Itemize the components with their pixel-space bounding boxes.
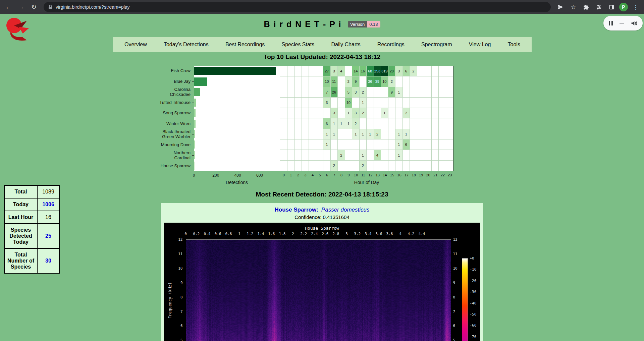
heatmap-cell: [432, 118, 439, 129]
species-common-name[interactable]: House Sparrow:: [275, 207, 318, 213]
nav-item-spectrogram[interactable]: Spectrogram: [421, 42, 452, 48]
heatmap-cell: [294, 98, 302, 108]
spectrogram-freq-tick: 6: [453, 324, 455, 328]
page-header: B i r d N E T - P i Version 0.13: [0, 19, 644, 29]
heatmap-cell: [381, 161, 388, 171]
nav-item-daily-charts[interactable]: Daily Charts: [331, 42, 361, 48]
hour-axis-tick: 7: [333, 173, 335, 177]
stat-value[interactable]: 30: [37, 248, 59, 273]
stat-value[interactable]: 1006: [37, 198, 59, 211]
heatmap-cell: [316, 150, 324, 160]
heatmap-cell: [302, 108, 309, 118]
heatmap-cell: [302, 87, 309, 98]
heatmap-cell: 68: [367, 66, 374, 76]
heatmap-cell: 2: [360, 87, 367, 98]
heatmap-cell: [280, 139, 287, 150]
heatmap-cell: [424, 87, 432, 98]
nav-item-recordings[interactable]: Recordings: [377, 42, 405, 48]
recent-detection-card: House Sparrow:Passer domesticus Confiden…: [161, 203, 483, 341]
bookmark-star-icon[interactable]: ☆: [568, 2, 578, 12]
hour-axis-tick: 5: [319, 173, 321, 177]
heatmap-cell: [374, 98, 381, 108]
heatmap-cell: [287, 129, 295, 139]
hour-axis-tick: 14: [383, 173, 387, 177]
heatmap-cell: 1: [395, 139, 403, 150]
forward-icon[interactable]: →: [16, 2, 26, 12]
browser-toolbar: ← → ↻ virginia.birdnetpi.com/?stream=pla…: [0, 0, 644, 14]
main-nav: OverviewToday's DetectionsBest Recording…: [113, 37, 532, 52]
heatmap-cell: [287, 118, 295, 129]
heatmap-cell: 1: [360, 98, 367, 108]
nav-item-view-log[interactable]: View Log: [469, 42, 491, 48]
heatmap-cell: [345, 66, 353, 76]
heatmap-cell: 1: [395, 150, 403, 160]
nav-item-today-s-detections[interactable]: Today's Detections: [164, 42, 209, 48]
send-icon[interactable]: [555, 2, 566, 12]
heatmap-cell: [294, 76, 302, 87]
heatmap-cell: [280, 118, 287, 129]
nav-item-best-recordings[interactable]: Best Recordings: [225, 42, 265, 48]
hour-axis-label: Hour of Day: [354, 180, 379, 185]
heatmap-cell: [424, 98, 432, 108]
menu-kebab-icon[interactable]: ⋮: [631, 2, 641, 12]
heatmap-cell: [424, 76, 432, 87]
heatmap-cell: [417, 98, 425, 108]
spectrogram-time-tick: 3.4: [365, 232, 372, 236]
bar-axis-tick: 600: [256, 173, 263, 178]
heatmap-cell: [316, 108, 324, 118]
back-icon[interactable]: ←: [3, 2, 13, 12]
address-bar[interactable]: virginia.birdnetpi.com/?stream=play: [44, 2, 551, 12]
hour-axis-tick: 2: [297, 173, 299, 177]
heatmap-cell: [388, 161, 396, 171]
heatmap-cell: [403, 76, 410, 87]
heatmap-cell: [417, 150, 425, 160]
hour-axis-tick: 10: [354, 173, 358, 177]
heatmap-cell: [287, 108, 295, 118]
detections-bar: [194, 77, 207, 86]
heatmap-cell: [381, 87, 388, 98]
heatmap-cell: [367, 108, 374, 118]
heatmap-cell: [323, 108, 331, 118]
spectrogram-freq-tick: 9: [453, 281, 455, 285]
heatmap-cell: [302, 139, 309, 150]
heatmap-cell: [446, 87, 453, 98]
heatmap-cell: [424, 108, 432, 118]
profile-avatar[interactable]: P: [619, 3, 628, 11]
spectrogram-freq-tick: 8: [453, 295, 455, 299]
side-panel-icon[interactable]: [606, 2, 616, 12]
heatmap-cell: 27: [323, 66, 331, 76]
heatmap-cell: [316, 129, 324, 139]
colorbar-tick: -60: [470, 323, 477, 328]
heatmap-cell: [388, 150, 396, 160]
heatmap-cell: [417, 161, 425, 171]
heatmap-cell: [316, 87, 324, 98]
stat-label: Today: [4, 198, 37, 211]
heatmap-cell: [302, 66, 309, 76]
nav-item-overview[interactable]: Overview: [124, 42, 147, 48]
heatmap-cell: [287, 87, 295, 98]
heatmap-cell: 3: [352, 108, 360, 118]
heatmap-cell: [352, 161, 360, 171]
heatmap-cell: [410, 118, 417, 129]
heatmap-cell: [287, 139, 295, 150]
heatmap-cell: [403, 150, 410, 160]
heatmap-cell: [345, 129, 353, 139]
stat-value[interactable]: 25: [37, 224, 59, 248]
heatmap-cell: [381, 129, 388, 139]
spectrogram-time-tick: 0.2: [193, 232, 200, 236]
heatmap-cell: 3: [352, 87, 360, 98]
detections-bar: [194, 120, 196, 128]
heatmap-cell: [331, 139, 338, 150]
extensions-icon[interactable]: [581, 2, 591, 12]
heatmap-cell: [294, 161, 302, 171]
heatmap-cell: [432, 87, 439, 98]
heatmap-cell: 3: [395, 66, 403, 76]
tune-icon[interactable]: [594, 2, 604, 12]
nav-item-species-stats[interactable]: Species Stats: [281, 42, 314, 48]
nav-item-tools[interactable]: Tools: [508, 42, 520, 48]
spectrogram-freq-tick: 7: [169, 309, 183, 314]
colorbar-tick: -70: [470, 335, 477, 339]
reload-icon[interactable]: ↻: [29, 2, 39, 12]
heatmap-cell: [338, 108, 345, 118]
spectrogram-image: House Sparrow 00.20.40.60.811.21.41.61.8…: [164, 223, 480, 341]
